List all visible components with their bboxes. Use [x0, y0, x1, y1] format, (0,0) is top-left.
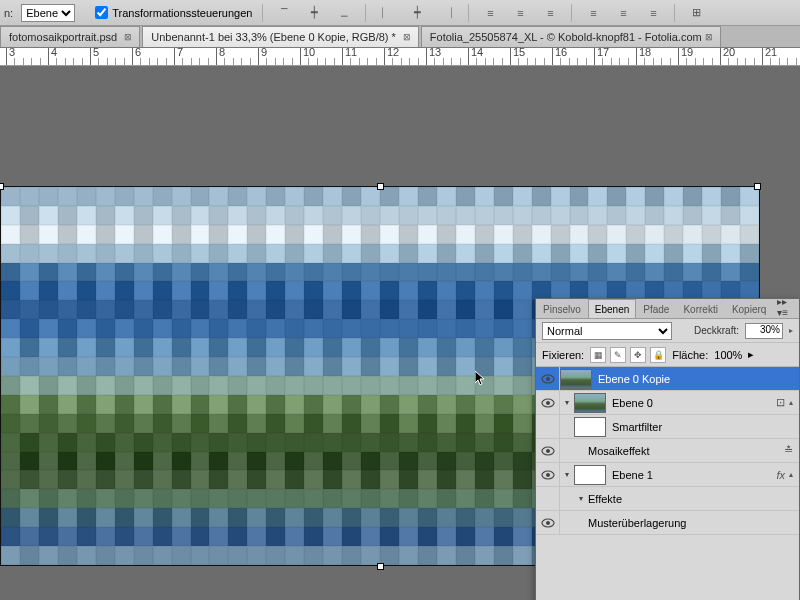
- distribute-right-icon[interactable]: ≡: [642, 3, 664, 23]
- layer-name[interactable]: Ebene 0 Kopie: [598, 373, 799, 385]
- layer-name[interactable]: Ebene 0: [612, 397, 770, 409]
- layer-name[interactable]: Ebene 1: [612, 469, 770, 481]
- visibility-toggle[interactable]: [536, 439, 560, 463]
- svg-point-1: [546, 377, 550, 381]
- visibility-toggle[interactable]: [536, 487, 560, 511]
- align-top-icon[interactable]: ⎺: [273, 3, 295, 23]
- close-tab-icon[interactable]: ⊠: [702, 30, 716, 44]
- distribute-left-icon[interactable]: ≡: [582, 3, 604, 23]
- panel-tab[interactable]: Ebenen: [588, 299, 636, 318]
- distribute-hcenter-icon[interactable]: ≡: [612, 3, 634, 23]
- layer-row[interactable]: ▾Ebene 0⊡▴: [536, 391, 799, 415]
- layer-thumbnail[interactable]: [574, 393, 606, 413]
- filter-edit-icon[interactable]: ≛: [784, 444, 793, 457]
- options-bar: n: Ebene Transformationssteuerungen ⎺ ┿ …: [0, 0, 800, 26]
- align-right-icon[interactable]: ⎹: [436, 3, 458, 23]
- opacity-flyout-icon[interactable]: ▸: [789, 326, 793, 335]
- layers-list: Ebene 0 Kopie▾Ebene 0⊡▴SmartfilterMosaik…: [536, 367, 799, 535]
- fill-input[interactable]: 100%: [714, 349, 742, 361]
- fill-flyout-icon[interactable]: ▸: [748, 348, 754, 361]
- layer-name[interactable]: Mosaikeffekt: [588, 445, 778, 457]
- layer-name[interactable]: Effekte: [588, 493, 799, 505]
- layer-target-select[interactable]: Ebene: [21, 4, 75, 22]
- layer-name[interactable]: Smartfilter: [612, 421, 799, 433]
- opacity-label: Deckkraft:: [694, 325, 739, 336]
- disclosure-icon[interactable]: ▴: [789, 398, 793, 407]
- close-tab-icon[interactable]: ⊠: [121, 30, 135, 44]
- transform-handle[interactable]: [377, 563, 384, 570]
- disclosure-toggle[interactable]: ▾: [574, 494, 588, 503]
- visibility-toggle[interactable]: [536, 391, 560, 415]
- distribute-bottom-icon[interactable]: ≡: [539, 3, 561, 23]
- transform-handle[interactable]: [0, 183, 4, 190]
- align-bottom-icon[interactable]: ⎽: [333, 3, 355, 23]
- distribute-top-icon[interactable]: ≡: [479, 3, 501, 23]
- layers-panel: PinselvoEbenenPfadeKorrektiKopierq▸▸ ▾≡ …: [535, 298, 800, 600]
- align-hcenter-icon[interactable]: ┿: [406, 3, 428, 23]
- align-vcenter-icon[interactable]: ┿: [303, 3, 325, 23]
- panel-tab[interactable]: Korrekti: [676, 299, 724, 318]
- visibility-toggle[interactable]: [536, 463, 560, 487]
- blend-mode-select[interactable]: Normal: [542, 322, 672, 340]
- transform-handle[interactable]: [377, 183, 384, 190]
- visibility-toggle[interactable]: [536, 511, 560, 535]
- document-tab[interactable]: fotomosaikportrait.psd⊠: [0, 26, 140, 47]
- lock-position-icon[interactable]: ✥: [630, 347, 646, 363]
- panel-tab[interactable]: Pfade: [636, 299, 676, 318]
- fill-label: Fläche:: [672, 349, 708, 361]
- lock-all-icon[interactable]: 🔒: [650, 347, 666, 363]
- lock-transparency-icon[interactable]: ▦: [590, 347, 606, 363]
- svg-point-5: [546, 449, 550, 453]
- document-tab[interactable]: Fotolia_25505874_XL - © Kobold-knopf81 -…: [421, 26, 721, 47]
- svg-point-3: [546, 401, 550, 405]
- layer-row[interactable]: Ebene 0 Kopie: [536, 367, 799, 391]
- transform-handle[interactable]: [754, 183, 761, 190]
- align-left-icon[interactable]: ⎸: [376, 3, 398, 23]
- visibility-toggle[interactable]: [536, 415, 560, 439]
- canvas-area[interactable]: PinselvoEbenenPfadeKorrektiKopierq▸▸ ▾≡ …: [0, 66, 800, 600]
- distribute-vcenter-icon[interactable]: ≡: [509, 3, 531, 23]
- lock-pixels-icon[interactable]: ✎: [610, 347, 626, 363]
- close-tab-icon[interactable]: ⊠: [400, 30, 414, 44]
- fx-icon: fx: [776, 469, 785, 481]
- blend-mode-row: Normal Deckkraft: 30% ▸: [536, 319, 799, 343]
- document-tab-bar: fotomosaikportrait.psd⊠Unbenannt-1 bei 3…: [0, 26, 800, 48]
- lock-row: Fixieren: ▦ ✎ ✥ 🔒 Fläche: 100% ▸: [536, 343, 799, 367]
- panel-tab[interactable]: Kopierq: [725, 299, 773, 318]
- disclosure-toggle[interactable]: ▾: [560, 398, 574, 407]
- auto-align-icon[interactable]: ⊞: [685, 3, 707, 23]
- document-tab[interactable]: Unbenannt-1 bei 33,3% (Ebene 0 Kopie, RG…: [142, 26, 419, 47]
- visibility-toggle[interactable]: [536, 367, 560, 391]
- layer-row[interactable]: Smartfilter: [536, 415, 799, 439]
- layer-row[interactable]: Musterüberlagerung: [536, 511, 799, 535]
- disclosure-toggle[interactable]: ▾: [560, 470, 574, 479]
- disclosure-icon[interactable]: ▴: [789, 470, 793, 479]
- horizontal-ruler: 3456789101112131415161718192021: [0, 48, 800, 66]
- options-prefix: n:: [4, 7, 13, 19]
- panel-tab[interactable]: Pinselvo: [536, 299, 588, 318]
- layer-name[interactable]: Musterüberlagerung: [588, 517, 799, 529]
- layer-thumbnail[interactable]: [574, 465, 606, 485]
- layer-thumbnail[interactable]: [574, 417, 606, 437]
- panel-menu-icon[interactable]: ▸▸ ▾≡: [773, 296, 799, 318]
- transform-controls-checkbox[interactable]: Transformationssteuerungen: [95, 6, 252, 19]
- svg-point-9: [546, 521, 550, 525]
- layer-thumbnail[interactable]: [560, 369, 592, 389]
- layer-row[interactable]: ▾Ebene 1fx▴: [536, 463, 799, 487]
- layer-row[interactable]: ▾Effekte: [536, 487, 799, 511]
- smart-object-icon: ⊡: [776, 396, 785, 409]
- opacity-input[interactable]: 30%: [745, 323, 783, 339]
- panel-tab-strip: PinselvoEbenenPfadeKorrektiKopierq▸▸ ▾≡: [536, 299, 799, 319]
- layer-row[interactable]: Mosaikeffekt≛: [536, 439, 799, 463]
- svg-point-7: [546, 473, 550, 477]
